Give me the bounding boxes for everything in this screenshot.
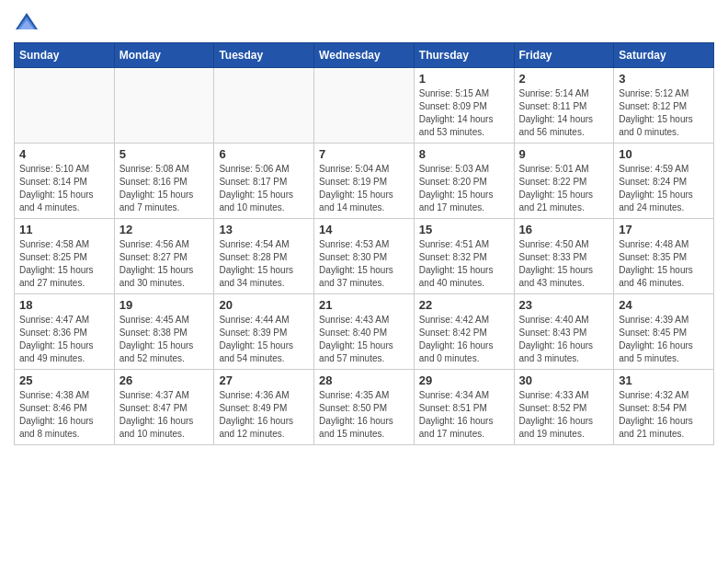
calendar-cell <box>314 68 415 144</box>
col-header-saturday: Saturday <box>614 43 714 68</box>
day-number: 14 <box>319 223 409 236</box>
calendar-week-row: 18Sunrise: 4:47 AM Sunset: 8:36 PM Dayli… <box>15 294 714 370</box>
day-number: 23 <box>519 298 609 312</box>
calendar-cell: 26Sunrise: 4:37 AM Sunset: 8:47 PM Dayli… <box>114 370 214 445</box>
logo-icon <box>14 9 40 35</box>
calendar-week-row: 11Sunrise: 4:58 AM Sunset: 8:25 PM Dayli… <box>15 219 714 294</box>
calendar-cell: 13Sunrise: 4:54 AM Sunset: 8:28 PM Dayli… <box>214 219 314 294</box>
day-number: 31 <box>619 373 709 387</box>
col-header-monday: Monday <box>114 43 214 68</box>
col-header-sunday: Sunday <box>15 43 115 68</box>
col-header-tuesday: Tuesday <box>214 43 314 68</box>
day-number: 12 <box>119 223 210 236</box>
day-info: Sunrise: 5:10 AM Sunset: 8:14 PM Dayligh… <box>19 163 109 214</box>
calendar-cell: 18Sunrise: 4:47 AM Sunset: 8:36 PM Dayli… <box>15 294 115 370</box>
calendar-cell: 27Sunrise: 4:36 AM Sunset: 8:49 PM Dayli… <box>214 370 314 445</box>
calendar-cell <box>114 68 214 144</box>
day-info: Sunrise: 5:14 AM Sunset: 8:11 PM Dayligh… <box>519 87 609 139</box>
day-info: Sunrise: 5:04 AM Sunset: 8:19 PM Dayligh… <box>319 163 409 214</box>
day-info: Sunrise: 4:40 AM Sunset: 8:43 PM Dayligh… <box>519 314 609 365</box>
calendar-cell: 11Sunrise: 4:58 AM Sunset: 8:25 PM Dayli… <box>15 219 115 294</box>
day-number: 30 <box>519 373 609 387</box>
day-info: Sunrise: 4:50 AM Sunset: 8:33 PM Dayligh… <box>519 238 609 290</box>
day-number: 21 <box>319 298 409 312</box>
calendar-cell: 3Sunrise: 5:12 AM Sunset: 8:12 PM Daylig… <box>614 68 714 144</box>
day-number: 19 <box>119 298 210 312</box>
day-info: Sunrise: 5:12 AM Sunset: 8:12 PM Dayligh… <box>619 87 709 139</box>
day-info: Sunrise: 4:33 AM Sunset: 8:52 PM Dayligh… <box>519 389 609 441</box>
calendar-cell: 2Sunrise: 5:14 AM Sunset: 8:11 PM Daylig… <box>514 68 614 144</box>
day-info: Sunrise: 4:48 AM Sunset: 8:35 PM Dayligh… <box>619 238 709 290</box>
calendar-cell: 15Sunrise: 4:51 AM Sunset: 8:32 PM Dayli… <box>414 219 514 294</box>
day-number: 5 <box>119 147 210 161</box>
calendar-cell: 29Sunrise: 4:34 AM Sunset: 8:51 PM Dayli… <box>414 370 514 445</box>
calendar-cell: 30Sunrise: 4:33 AM Sunset: 8:52 PM Dayli… <box>514 370 614 445</box>
day-info: Sunrise: 4:43 AM Sunset: 8:40 PM Dayligh… <box>319 314 409 365</box>
day-number: 6 <box>219 147 309 161</box>
day-info: Sunrise: 4:45 AM Sunset: 8:38 PM Dayligh… <box>119 314 210 365</box>
calendar-cell: 14Sunrise: 4:53 AM Sunset: 8:30 PM Dayli… <box>314 219 415 294</box>
day-info: Sunrise: 5:01 AM Sunset: 8:22 PM Dayligh… <box>519 163 609 214</box>
day-number: 9 <box>519 147 609 161</box>
calendar-cell: 1Sunrise: 5:15 AM Sunset: 8:09 PM Daylig… <box>414 68 514 144</box>
col-header-thursday: Thursday <box>414 43 514 68</box>
day-info: Sunrise: 4:34 AM Sunset: 8:51 PM Dayligh… <box>419 389 509 441</box>
day-number: 7 <box>319 147 409 161</box>
day-info: Sunrise: 4:39 AM Sunset: 8:45 PM Dayligh… <box>619 314 709 365</box>
day-number: 11 <box>19 223 109 236</box>
day-number: 10 <box>619 147 709 161</box>
day-number: 13 <box>219 223 309 236</box>
calendar-cell: 23Sunrise: 4:40 AM Sunset: 8:43 PM Dayli… <box>514 294 614 370</box>
day-number: 28 <box>319 373 409 387</box>
day-info: Sunrise: 4:36 AM Sunset: 8:49 PM Dayligh… <box>219 389 309 441</box>
calendar-cell: 7Sunrise: 5:04 AM Sunset: 8:19 PM Daylig… <box>314 144 415 219</box>
calendar-week-row: 1Sunrise: 5:15 AM Sunset: 8:09 PM Daylig… <box>15 68 714 144</box>
day-info: Sunrise: 4:42 AM Sunset: 8:42 PM Dayligh… <box>419 314 509 365</box>
calendar-cell <box>214 68 314 144</box>
day-number: 15 <box>419 223 509 236</box>
day-info: Sunrise: 4:56 AM Sunset: 8:27 PM Dayligh… <box>119 238 210 290</box>
calendar-cell: 31Sunrise: 4:32 AM Sunset: 8:54 PM Dayli… <box>614 370 714 445</box>
day-info: Sunrise: 4:54 AM Sunset: 8:28 PM Dayligh… <box>219 238 309 290</box>
col-header-friday: Friday <box>514 43 614 68</box>
calendar-cell: 8Sunrise: 5:03 AM Sunset: 8:20 PM Daylig… <box>414 144 514 219</box>
day-number: 4 <box>19 147 109 161</box>
day-number: 29 <box>419 373 509 387</box>
day-number: 3 <box>619 72 709 86</box>
day-info: Sunrise: 4:51 AM Sunset: 8:32 PM Dayligh… <box>419 238 509 290</box>
calendar-cell: 9Sunrise: 5:01 AM Sunset: 8:22 PM Daylig… <box>514 144 614 219</box>
calendar-week-row: 25Sunrise: 4:38 AM Sunset: 8:46 PM Dayli… <box>15 370 714 445</box>
day-info: Sunrise: 4:37 AM Sunset: 8:47 PM Dayligh… <box>119 389 210 441</box>
day-number: 1 <box>419 72 509 86</box>
day-info: Sunrise: 4:47 AM Sunset: 8:36 PM Dayligh… <box>19 314 109 365</box>
calendar-cell: 19Sunrise: 4:45 AM Sunset: 8:38 PM Dayli… <box>114 294 214 370</box>
day-info: Sunrise: 4:59 AM Sunset: 8:24 PM Dayligh… <box>619 163 709 214</box>
calendar-cell: 12Sunrise: 4:56 AM Sunset: 8:27 PM Dayli… <box>114 219 214 294</box>
calendar-cell: 20Sunrise: 4:44 AM Sunset: 8:39 PM Dayli… <box>214 294 314 370</box>
calendar-cell: 25Sunrise: 4:38 AM Sunset: 8:46 PM Dayli… <box>15 370 115 445</box>
col-header-wednesday: Wednesday <box>314 43 415 68</box>
day-info: Sunrise: 4:58 AM Sunset: 8:25 PM Dayligh… <box>19 238 109 290</box>
calendar-cell: 10Sunrise: 4:59 AM Sunset: 8:24 PM Dayli… <box>614 144 714 219</box>
calendar-cell: 4Sunrise: 5:10 AM Sunset: 8:14 PM Daylig… <box>15 144 115 219</box>
calendar-cell: 5Sunrise: 5:08 AM Sunset: 8:16 PM Daylig… <box>114 144 214 219</box>
header <box>14 9 714 35</box>
day-info: Sunrise: 4:32 AM Sunset: 8:54 PM Dayligh… <box>619 389 709 441</box>
calendar-cell: 16Sunrise: 4:50 AM Sunset: 8:33 PM Dayli… <box>514 219 614 294</box>
day-info: Sunrise: 5:06 AM Sunset: 8:17 PM Dayligh… <box>219 163 309 214</box>
day-number: 25 <box>19 373 109 387</box>
day-info: Sunrise: 4:38 AM Sunset: 8:46 PM Dayligh… <box>19 389 109 441</box>
day-number: 8 <box>419 147 509 161</box>
calendar-cell: 21Sunrise: 4:43 AM Sunset: 8:40 PM Dayli… <box>314 294 415 370</box>
day-info: Sunrise: 5:03 AM Sunset: 8:20 PM Dayligh… <box>419 163 509 214</box>
calendar-week-row: 4Sunrise: 5:10 AM Sunset: 8:14 PM Daylig… <box>15 144 714 219</box>
calendar-cell: 6Sunrise: 5:06 AM Sunset: 8:17 PM Daylig… <box>214 144 314 219</box>
day-number: 17 <box>619 223 709 236</box>
day-number: 26 <box>119 373 210 387</box>
logo <box>14 9 41 35</box>
calendar-cell: 28Sunrise: 4:35 AM Sunset: 8:50 PM Dayli… <box>314 370 415 445</box>
calendar-cell: 24Sunrise: 4:39 AM Sunset: 8:45 PM Dayli… <box>614 294 714 370</box>
day-number: 22 <box>419 298 509 312</box>
day-number: 27 <box>219 373 309 387</box>
calendar-cell: 22Sunrise: 4:42 AM Sunset: 8:42 PM Dayli… <box>414 294 514 370</box>
